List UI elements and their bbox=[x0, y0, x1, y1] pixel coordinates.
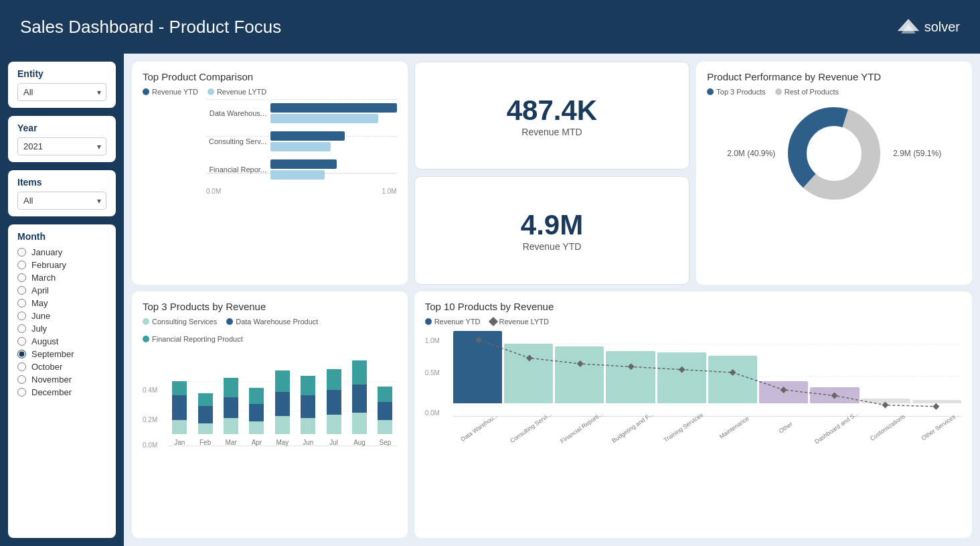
product-performance-panel: Product Performance by Revenue YTD Top 3… bbox=[696, 62, 972, 285]
top10-bar bbox=[708, 356, 757, 403]
month-item-february[interactable]: February bbox=[17, 259, 106, 271]
bar-data bbox=[352, 385, 367, 413]
top10-bar-col: Maintenance bbox=[708, 356, 757, 403]
bar-month-label: Feb bbox=[199, 439, 211, 446]
bar-financial bbox=[275, 370, 290, 391]
month-item-january[interactable]: January bbox=[17, 246, 106, 259]
month-radio-august[interactable] bbox=[17, 337, 26, 346]
year-select[interactable]: 2021 bbox=[17, 137, 106, 155]
month-item-june[interactable]: June bbox=[17, 310, 106, 322]
month-radio-november[interactable] bbox=[17, 375, 26, 384]
revenue-ytd-label: Revenue YTD bbox=[523, 241, 582, 252]
month-radio-july[interactable] bbox=[17, 324, 26, 333]
donut-chart-container: 2.0M (40.9%) 2.9M (59.1%) bbox=[707, 100, 961, 207]
top10-bar-col: Other Services bbox=[912, 400, 961, 403]
top10-legend-diamond bbox=[488, 316, 497, 326]
top10-title: Top 10 Products by Revenue bbox=[425, 301, 961, 312]
month-radio-january[interactable] bbox=[17, 248, 26, 257]
hbar-row: Data Warehous... bbox=[206, 103, 397, 123]
bar-financial bbox=[224, 378, 238, 397]
y-label-00: 0.0M bbox=[143, 441, 157, 449]
top10-bar-col: Customizations bbox=[862, 399, 910, 403]
month-item-april[interactable]: April bbox=[17, 284, 106, 297]
month-radio-march[interactable] bbox=[17, 273, 26, 282]
items-select[interactable]: All bbox=[17, 192, 106, 210]
month-label-october: October bbox=[31, 362, 62, 372]
donut-legend-text: Top 3 Products bbox=[716, 88, 765, 96]
month-radio-september[interactable] bbox=[17, 350, 26, 358]
top3-bar-group: Jun bbox=[297, 376, 319, 433]
bar-month-label: Jun bbox=[303, 439, 313, 446]
top10-bar-col: Other bbox=[759, 381, 808, 403]
month-item-november[interactable]: November bbox=[17, 373, 106, 386]
bar-consulting bbox=[301, 418, 315, 434]
top3-bar-group: Apr bbox=[245, 388, 268, 433]
bar-consulting bbox=[275, 416, 290, 433]
donut-top3-label: 2.0M (40.9%) bbox=[727, 149, 775, 158]
top3-bar-group: Mar bbox=[220, 378, 242, 434]
top10-xlabel: Customizations bbox=[869, 413, 906, 441]
bar-consulting bbox=[327, 415, 341, 434]
month-item-march[interactable]: March bbox=[17, 271, 106, 284]
top3-legend-item: Financial Reporting Product bbox=[143, 335, 243, 343]
top3-legend-dot bbox=[226, 318, 233, 325]
month-label-may: May bbox=[31, 298, 48, 308]
month-radio-june[interactable] bbox=[17, 312, 26, 320]
month-item-august[interactable]: August bbox=[17, 335, 106, 348]
month-item-december[interactable]: December bbox=[17, 386, 106, 399]
bar-data bbox=[198, 406, 213, 423]
bar-financial bbox=[327, 369, 341, 390]
month-radio-april[interactable] bbox=[17, 286, 26, 295]
bar-financial bbox=[198, 393, 213, 405]
top10-legend-text: Revenue YTD bbox=[434, 318, 481, 326]
top3-legend-item: Data Warehouse Product bbox=[226, 318, 318, 326]
month-label-november: November bbox=[31, 374, 72, 385]
sidebar: Entity All Year 2021 Items All bbox=[0, 54, 124, 546]
x-axis-1: 1.0M bbox=[382, 188, 396, 195]
y-label-04: 0.4M bbox=[143, 387, 157, 394]
product-performance-legend: Top 3 ProductsRest of Products bbox=[707, 88, 961, 96]
top10-bar bbox=[453, 331, 502, 403]
month-label-august: August bbox=[31, 336, 58, 346]
month-item-october[interactable]: October bbox=[17, 360, 106, 373]
top3-legend-text: Data Warehouse Product bbox=[236, 318, 318, 326]
top3-bars-container: Jan Feb Mar Apr May Jun Jul Aug bbox=[168, 347, 397, 434]
top10-xlabel: Data Warehou... bbox=[460, 412, 499, 443]
top3-bar-group: Sep bbox=[374, 387, 396, 434]
month-item-september[interactable]: September bbox=[17, 348, 106, 360]
month-label-march: March bbox=[31, 273, 56, 283]
month-item-may[interactable]: May bbox=[17, 297, 106, 310]
bar-financial bbox=[172, 381, 187, 395]
bar-consulting bbox=[224, 418, 238, 434]
donut-legend-dot bbox=[707, 88, 714, 95]
top3-chart-wrapper: 0.2M 0.4M 0.0M Jan Feb Mar Apr bbox=[143, 347, 397, 461]
top10-legend-dot bbox=[425, 318, 432, 325]
y-label-10m: 1.0M bbox=[425, 337, 440, 344]
top3-products-panel: Top 3 Products by Revenue Consulting Ser… bbox=[132, 291, 408, 539]
page-title: Sales Dashboard - Product Focus bbox=[20, 17, 281, 38]
legend-text: Revenue LYTD bbox=[217, 88, 266, 96]
bar-data bbox=[249, 404, 264, 421]
month-radio-october[interactable] bbox=[17, 362, 26, 371]
hbar-label: Financial Repor... bbox=[206, 165, 266, 174]
month-item-july[interactable]: July bbox=[17, 322, 106, 335]
top10-bar-col: Budgeting and F... bbox=[606, 351, 655, 403]
top3-bar-group: Jan bbox=[168, 381, 191, 434]
month-radio-february[interactable] bbox=[17, 261, 26, 269]
month-label-january: January bbox=[31, 247, 62, 257]
entity-select[interactable]: All bbox=[17, 83, 106, 101]
top3-bar-group: May bbox=[271, 370, 294, 433]
month-radio-december[interactable] bbox=[17, 388, 26, 397]
month-label-july: July bbox=[31, 324, 47, 334]
bar-data bbox=[301, 395, 315, 418]
hbar-track bbox=[270, 131, 397, 151]
revenue-mtd-panel: 487.4K Revenue MTD bbox=[414, 62, 690, 169]
hbar-row: Consulting Serv... bbox=[206, 131, 397, 151]
bar-data bbox=[224, 397, 238, 418]
month-radio-may[interactable] bbox=[17, 299, 26, 308]
top10-bar bbox=[810, 387, 859, 403]
top10-bar-col: Data Warehou... bbox=[453, 331, 502, 403]
bar-month-label: Aug bbox=[353, 439, 365, 446]
top3-bar-group: Jul bbox=[322, 369, 345, 434]
legend-item: Revenue LYTD bbox=[208, 88, 266, 96]
